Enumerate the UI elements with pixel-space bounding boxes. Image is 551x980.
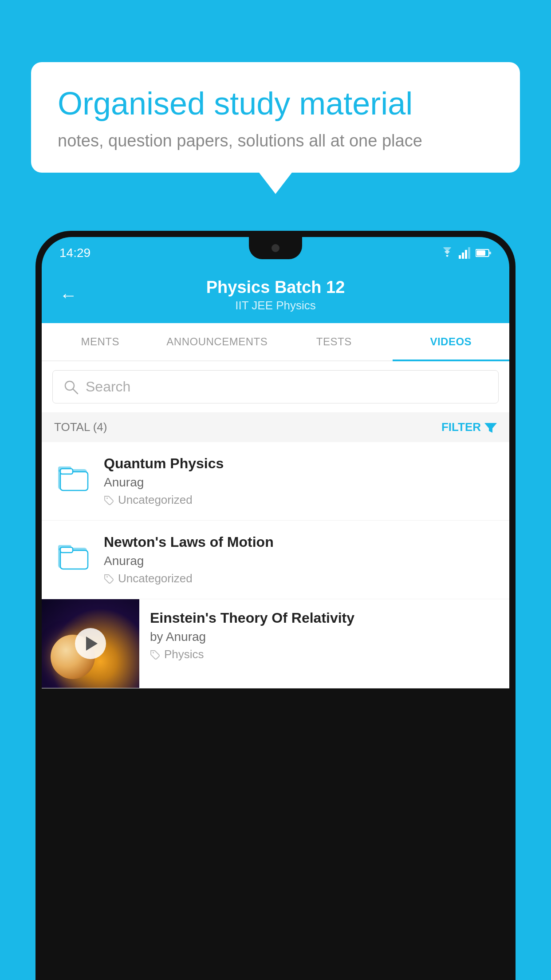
tag-icon-3 bbox=[150, 649, 161, 660]
item-author-2: Anurag bbox=[104, 554, 497, 568]
tag-icon-1 bbox=[104, 495, 114, 506]
item-details-1: Quantum Physics Anurag Uncategorized bbox=[104, 455, 497, 507]
svg-rect-0 bbox=[459, 255, 461, 259]
play-button[interactable] bbox=[75, 628, 106, 659]
svg-rect-13 bbox=[60, 469, 73, 474]
search-input[interactable]: Search bbox=[86, 379, 130, 395]
speech-bubble-title: Organised study material bbox=[58, 84, 493, 122]
folder-svg-2 bbox=[56, 540, 91, 571]
svg-rect-2 bbox=[465, 250, 467, 259]
status-icons bbox=[439, 247, 492, 259]
svg-point-19 bbox=[106, 576, 108, 577]
item-title-1: Quantum Physics bbox=[104, 455, 497, 472]
svg-rect-12 bbox=[60, 472, 88, 490]
svg-rect-17 bbox=[60, 550, 88, 569]
item-author-3: by Anurag bbox=[150, 630, 500, 644]
search-icon bbox=[63, 379, 79, 395]
status-bar: 14:29 bbox=[42, 237, 509, 269]
video-thumbnail bbox=[42, 599, 139, 688]
speech-bubble: Organised study material notes, question… bbox=[31, 62, 520, 173]
filter-button[interactable]: FILTER bbox=[441, 420, 497, 434]
speech-bubble-section: Organised study material notes, question… bbox=[31, 62, 520, 173]
tag-icon-2 bbox=[104, 573, 114, 584]
svg-rect-18 bbox=[60, 547, 73, 553]
svg-rect-3 bbox=[468, 247, 470, 259]
play-icon bbox=[86, 636, 98, 651]
search-container: Search bbox=[42, 361, 509, 412]
tabs-bar: MENTS ANNOUNCEMENTS TESTS VIDEOS bbox=[42, 323, 509, 361]
filter-bar: TOTAL (4) FILTER bbox=[42, 412, 509, 442]
camera bbox=[272, 244, 279, 252]
item-title-2: Newton's Laws of Motion bbox=[104, 534, 497, 550]
list-item[interactable]: Quantum Physics Anurag Uncategorized bbox=[42, 442, 509, 521]
back-button[interactable]: ← bbox=[59, 285, 77, 305]
folder-icon bbox=[54, 457, 93, 496]
filter-icon bbox=[484, 421, 497, 434]
svg-point-14 bbox=[106, 498, 108, 499]
signal-icon bbox=[459, 247, 472, 259]
header-title: Physics Batch 12 IIT JEE Physics bbox=[206, 278, 345, 312]
item-details-2: Newton's Laws of Motion Anurag Uncategor… bbox=[104, 534, 497, 585]
batch-title: Physics Batch 12 bbox=[206, 278, 345, 297]
list-item[interactable]: Newton's Laws of Motion Anurag Uncategor… bbox=[42, 521, 509, 599]
item-author-1: Anurag bbox=[104, 475, 497, 490]
folder-icon-2 bbox=[54, 536, 93, 575]
phone-frame: 14:29 bbox=[35, 231, 516, 980]
svg-point-20 bbox=[153, 652, 154, 653]
item-tag-2: Uncategorized bbox=[104, 572, 497, 585]
notch bbox=[249, 237, 302, 259]
svg-rect-1 bbox=[462, 253, 464, 259]
tab-ments[interactable]: MENTS bbox=[42, 323, 159, 360]
search-bar[interactable]: Search bbox=[52, 370, 499, 403]
item-tag-3: Physics bbox=[150, 648, 500, 661]
phone-screen: 14:29 bbox=[42, 237, 509, 980]
content-area: Quantum Physics Anurag Uncategorized bbox=[42, 442, 509, 688]
folder-svg-1 bbox=[56, 461, 91, 492]
batch-subtitle: IIT JEE Physics bbox=[206, 299, 345, 312]
svg-marker-9 bbox=[484, 423, 497, 433]
item-tag-1: Uncategorized bbox=[104, 493, 497, 507]
tab-videos[interactable]: VIDEOS bbox=[393, 323, 510, 360]
wifi-icon bbox=[439, 247, 455, 259]
total-count: TOTAL (4) bbox=[54, 420, 107, 434]
tab-announcements[interactable]: ANNOUNCEMENTS bbox=[159, 323, 276, 360]
speech-bubble-subtitle: notes, question papers, solutions all at… bbox=[58, 131, 493, 150]
battery-icon bbox=[476, 249, 492, 257]
list-item[interactable]: Einstein's Theory Of Relativity by Anura… bbox=[42, 599, 509, 688]
svg-rect-6 bbox=[489, 252, 491, 254]
svg-rect-5 bbox=[476, 250, 485, 256]
svg-line-8 bbox=[73, 389, 78, 394]
item-title-3: Einstein's Theory Of Relativity bbox=[150, 610, 500, 626]
item-details-3: Einstein's Theory Of Relativity by Anura… bbox=[139, 599, 509, 672]
status-time: 14:29 bbox=[59, 246, 91, 260]
app-header: ← Physics Batch 12 IIT JEE Physics bbox=[42, 269, 509, 323]
tab-tests[interactable]: TESTS bbox=[276, 323, 393, 360]
